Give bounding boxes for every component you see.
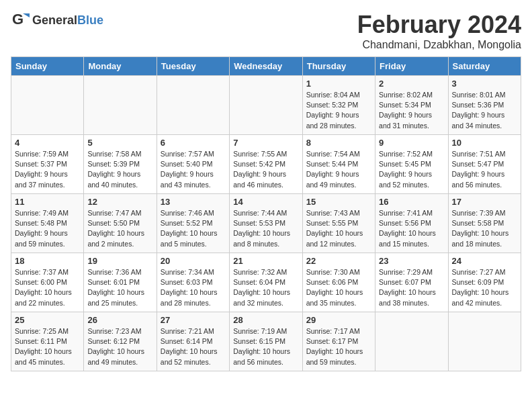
day-info: Sunrise: 7:44 AM Sunset: 5:53 PM Dayligh… bbox=[233, 208, 298, 249]
calendar-cell: 2Sunrise: 8:02 AM Sunset: 5:34 PM Daylig… bbox=[375, 76, 448, 135]
day-info: Sunrise: 7:58 AM Sunset: 5:39 PM Dayligh… bbox=[87, 149, 152, 190]
day-info: Sunrise: 8:01 AM Sunset: 5:36 PM Dayligh… bbox=[452, 90, 517, 131]
calendar-cell: 16Sunrise: 7:41 AM Sunset: 5:56 PM Dayli… bbox=[375, 194, 448, 253]
day-info: Sunrise: 8:02 AM Sunset: 5:34 PM Dayligh… bbox=[379, 90, 444, 131]
day-info: Sunrise: 7:27 AM Sunset: 6:09 PM Dayligh… bbox=[452, 267, 517, 308]
day-info: Sunrise: 7:37 AM Sunset: 6:00 PM Dayligh… bbox=[15, 267, 80, 308]
day-number: 6 bbox=[161, 138, 226, 148]
day-info: Sunrise: 7:32 AM Sunset: 6:04 PM Dayligh… bbox=[233, 267, 298, 308]
day-info: Sunrise: 7:47 AM Sunset: 5:50 PM Dayligh… bbox=[87, 208, 152, 249]
calendar-cell bbox=[448, 312, 521, 371]
calendar-cell: 14Sunrise: 7:44 AM Sunset: 5:53 PM Dayli… bbox=[230, 194, 302, 253]
day-number: 1 bbox=[306, 79, 371, 89]
logo-icon: G bbox=[11, 11, 30, 30]
day-info: Sunrise: 7:51 AM Sunset: 5:47 PM Dayligh… bbox=[452, 149, 517, 190]
calendar-cell: 24Sunrise: 7:27 AM Sunset: 6:09 PM Dayli… bbox=[448, 253, 521, 312]
logo: G GeneralBlue bbox=[11, 11, 103, 30]
calendar-cell: 18Sunrise: 7:37 AM Sunset: 6:00 PM Dayli… bbox=[11, 253, 84, 312]
day-number: 24 bbox=[452, 256, 517, 266]
svg-marker-1 bbox=[23, 13, 30, 17]
calendar-cell: 25Sunrise: 7:25 AM Sunset: 6:11 PM Dayli… bbox=[11, 312, 84, 371]
day-info: Sunrise: 7:54 AM Sunset: 5:44 PM Dayligh… bbox=[306, 149, 371, 190]
day-header-wednesday: Wednesday bbox=[230, 57, 302, 76]
day-info: Sunrise: 7:29 AM Sunset: 6:07 PM Dayligh… bbox=[379, 267, 444, 308]
day-number: 21 bbox=[233, 256, 298, 266]
calendar-cell: 8Sunrise: 7:54 AM Sunset: 5:44 PM Daylig… bbox=[302, 135, 375, 194]
day-number: 29 bbox=[306, 315, 371, 325]
day-number: 23 bbox=[379, 256, 444, 266]
calendar-cell: 1Sunrise: 8:04 AM Sunset: 5:32 PM Daylig… bbox=[302, 76, 375, 135]
day-info: Sunrise: 7:17 AM Sunset: 6:17 PM Dayligh… bbox=[306, 326, 371, 367]
week-row-5: 25Sunrise: 7:25 AM Sunset: 6:11 PM Dayli… bbox=[11, 312, 521, 371]
calendar-cell: 27Sunrise: 7:21 AM Sunset: 6:14 PM Dayli… bbox=[157, 312, 229, 371]
calendar-cell: 10Sunrise: 7:51 AM Sunset: 5:47 PM Dayli… bbox=[448, 135, 521, 194]
calendar-cell: 4Sunrise: 7:59 AM Sunset: 5:37 PM Daylig… bbox=[11, 135, 84, 194]
day-number: 16 bbox=[379, 197, 444, 207]
day-header-monday: Monday bbox=[84, 57, 157, 76]
day-info: Sunrise: 7:30 AM Sunset: 6:06 PM Dayligh… bbox=[306, 267, 371, 308]
day-number: 7 bbox=[233, 138, 298, 148]
calendar-cell bbox=[11, 76, 84, 135]
day-number: 14 bbox=[233, 197, 298, 207]
day-info: Sunrise: 7:34 AM Sunset: 6:03 PM Dayligh… bbox=[161, 267, 226, 308]
calendar-cell: 7Sunrise: 7:55 AM Sunset: 5:42 PM Daylig… bbox=[230, 135, 302, 194]
calendar-cell: 6Sunrise: 7:57 AM Sunset: 5:40 PM Daylig… bbox=[157, 135, 229, 194]
day-info: Sunrise: 7:41 AM Sunset: 5:56 PM Dayligh… bbox=[379, 208, 444, 249]
day-info: Sunrise: 7:49 AM Sunset: 5:48 PM Dayligh… bbox=[15, 208, 80, 249]
calendar-cell bbox=[230, 76, 302, 135]
calendar-cell: 20Sunrise: 7:34 AM Sunset: 6:03 PM Dayli… bbox=[157, 253, 229, 312]
day-number: 3 bbox=[452, 79, 517, 89]
day-header-tuesday: Tuesday bbox=[157, 57, 229, 76]
week-row-1: 1Sunrise: 8:04 AM Sunset: 5:32 PM Daylig… bbox=[11, 76, 521, 135]
day-number: 9 bbox=[379, 138, 444, 148]
day-number: 8 bbox=[306, 138, 371, 148]
calendar-table: SundayMondayTuesdayWednesdayThursdayFrid… bbox=[11, 56, 521, 371]
day-number: 25 bbox=[15, 315, 80, 325]
day-info: Sunrise: 7:55 AM Sunset: 5:42 PM Dayligh… bbox=[233, 149, 298, 190]
day-header-thursday: Thursday bbox=[302, 57, 375, 76]
svg-text:G: G bbox=[12, 11, 24, 28]
day-number: 28 bbox=[233, 315, 298, 325]
subtitle: Chandmani, Dzabkhan, Mongolia bbox=[357, 39, 521, 51]
calendar-cell bbox=[375, 312, 448, 371]
calendar-cell: 17Sunrise: 7:39 AM Sunset: 5:58 PM Dayli… bbox=[448, 194, 521, 253]
day-info: Sunrise: 7:36 AM Sunset: 6:01 PM Dayligh… bbox=[87, 267, 152, 308]
day-number: 20 bbox=[161, 256, 226, 266]
day-number: 2 bbox=[379, 79, 444, 89]
day-number: 17 bbox=[452, 197, 517, 207]
day-number: 13 bbox=[161, 197, 226, 207]
calendar-cell: 3Sunrise: 8:01 AM Sunset: 5:36 PM Daylig… bbox=[448, 76, 521, 135]
logo-blue: Blue bbox=[77, 13, 103, 27]
calendar-cell bbox=[84, 76, 157, 135]
week-row-4: 18Sunrise: 7:37 AM Sunset: 6:00 PM Dayli… bbox=[11, 253, 521, 312]
day-header-friday: Friday bbox=[375, 57, 448, 76]
calendar-cell: 5Sunrise: 7:58 AM Sunset: 5:39 PM Daylig… bbox=[84, 135, 157, 194]
calendar-cell: 23Sunrise: 7:29 AM Sunset: 6:07 PM Dayli… bbox=[375, 253, 448, 312]
day-info: Sunrise: 7:25 AM Sunset: 6:11 PM Dayligh… bbox=[15, 326, 80, 367]
day-header-sunday: Sunday bbox=[11, 57, 84, 76]
day-info: Sunrise: 7:52 AM Sunset: 5:45 PM Dayligh… bbox=[379, 149, 444, 190]
day-number: 19 bbox=[87, 256, 152, 266]
calendar-cell: 19Sunrise: 7:36 AM Sunset: 6:01 PM Dayli… bbox=[84, 253, 157, 312]
calendar-cell: 22Sunrise: 7:30 AM Sunset: 6:06 PM Dayli… bbox=[302, 253, 375, 312]
day-info: Sunrise: 7:46 AM Sunset: 5:52 PM Dayligh… bbox=[161, 208, 226, 249]
calendar-cell: 9Sunrise: 7:52 AM Sunset: 5:45 PM Daylig… bbox=[375, 135, 448, 194]
calendar-cell: 11Sunrise: 7:49 AM Sunset: 5:48 PM Dayli… bbox=[11, 194, 84, 253]
calendar-cell bbox=[157, 76, 229, 135]
logo-general: General bbox=[32, 13, 77, 27]
week-row-3: 11Sunrise: 7:49 AM Sunset: 5:48 PM Dayli… bbox=[11, 194, 521, 253]
day-number: 27 bbox=[161, 315, 226, 325]
calendar-cell: 29Sunrise: 7:17 AM Sunset: 6:17 PM Dayli… bbox=[302, 312, 375, 371]
calendar-cell: 26Sunrise: 7:23 AM Sunset: 6:12 PM Dayli… bbox=[84, 312, 157, 371]
calendar-cell: 28Sunrise: 7:19 AM Sunset: 6:15 PM Dayli… bbox=[230, 312, 302, 371]
calendar-cell: 13Sunrise: 7:46 AM Sunset: 5:52 PM Dayli… bbox=[157, 194, 229, 253]
day-info: Sunrise: 7:39 AM Sunset: 5:58 PM Dayligh… bbox=[452, 208, 517, 249]
day-info: Sunrise: 8:04 AM Sunset: 5:32 PM Dayligh… bbox=[306, 90, 371, 131]
day-info: Sunrise: 7:23 AM Sunset: 6:12 PM Dayligh… bbox=[87, 326, 152, 367]
day-number: 11 bbox=[15, 197, 80, 207]
day-info: Sunrise: 7:21 AM Sunset: 6:14 PM Dayligh… bbox=[161, 326, 226, 367]
calendar-cell: 21Sunrise: 7:32 AM Sunset: 6:04 PM Dayli… bbox=[230, 253, 302, 312]
day-number: 26 bbox=[87, 315, 152, 325]
day-number: 18 bbox=[15, 256, 80, 266]
header: G GeneralBlue February 2024 Chandmani, D… bbox=[11, 11, 521, 51]
